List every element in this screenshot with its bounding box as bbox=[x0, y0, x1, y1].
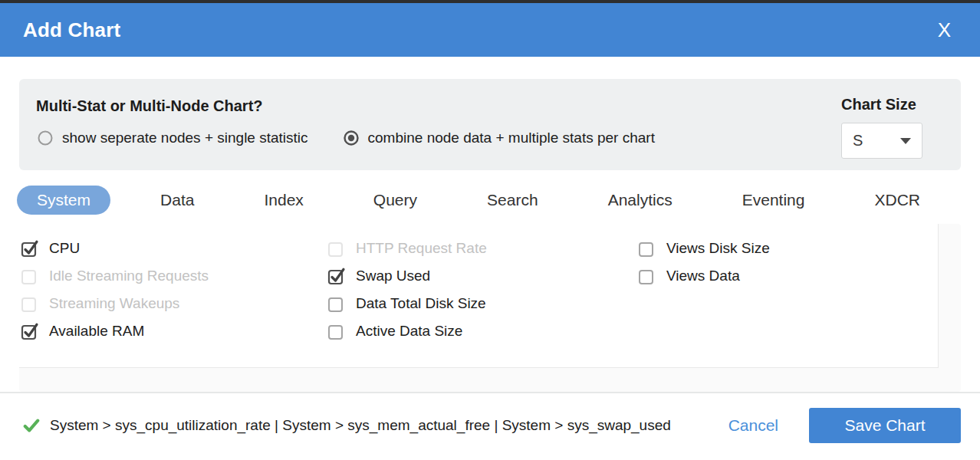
chevron-down-icon bbox=[900, 138, 911, 144]
stats-checkbox-grid: CPUIdle Streaming RequestsStreaming Wake… bbox=[19, 224, 939, 368]
stat-checkbox-views-disk-size[interactable]: Views Disk Size bbox=[638, 235, 938, 262]
checkbox-unchecked-icon bbox=[21, 267, 39, 285]
radio-option-combine-node-data-multiple-stats-per-chart[interactable]: combine node data + multiple stats per c… bbox=[342, 129, 655, 147]
stat-label: Available RAM bbox=[49, 323, 144, 340]
tab-system[interactable]: System bbox=[17, 186, 110, 215]
radio-selected-icon[interactable] bbox=[342, 129, 360, 147]
multi-stat-options-panel: Multi-Stat or Multi-Node Chart? show sep… bbox=[19, 79, 961, 170]
stat-checkbox-http-request-rate: HTTP Request Rate bbox=[327, 235, 638, 262]
radio-option-label: show seperate nodes + single statistic bbox=[62, 130, 308, 146]
chart-size-block: Chart Size S bbox=[841, 96, 922, 159]
checkbox-checked-icon[interactable] bbox=[327, 267, 346, 285]
stat-label: Data Total Disk Size bbox=[356, 295, 486, 312]
radio-row: show seperate nodes + single statisticco… bbox=[36, 129, 924, 147]
tab-analytics[interactable]: Analytics bbox=[588, 186, 692, 215]
save-chart-button[interactable]: Save Chart bbox=[809, 408, 961, 443]
tab-eventing[interactable]: Eventing bbox=[722, 186, 825, 215]
stat-column: Views Disk SizeViews Data bbox=[638, 235, 938, 345]
checkbox-unchecked-icon bbox=[327, 239, 346, 258]
modal-footer: System > sys_cpu_utilization_rate | Syst… bbox=[0, 393, 980, 458]
stat-checkbox-available-ram[interactable]: Available RAM bbox=[21, 317, 327, 345]
tab-query[interactable]: Query bbox=[354, 186, 437, 215]
cancel-button[interactable]: Cancel bbox=[728, 416, 778, 435]
checkbox-unchecked-icon[interactable] bbox=[327, 294, 346, 313]
tab-xdcr[interactable]: XDCR bbox=[854, 186, 940, 215]
radio-unselected-icon[interactable] bbox=[36, 129, 54, 147]
footer-actions: Cancel Save Chart bbox=[728, 408, 961, 443]
stat-label: Active Data Size bbox=[356, 323, 462, 340]
checkbox-unchecked-icon[interactable] bbox=[638, 267, 656, 285]
stat-label: HTTP Request Rate bbox=[356, 240, 487, 257]
checkbox-unchecked-icon bbox=[21, 294, 39, 313]
tab-index[interactable]: Index bbox=[244, 186, 323, 215]
selection-group: System > sys_cpu_utilization_rate | Syst… bbox=[23, 417, 671, 434]
stat-label: CPU bbox=[49, 240, 80, 257]
stat-label: Streaming Wakeups bbox=[49, 295, 179, 312]
checkbox-unchecked-icon[interactable] bbox=[638, 239, 656, 258]
stat-label: Views Data bbox=[666, 268, 740, 284]
chart-size-label: Chart Size bbox=[841, 96, 922, 113]
stat-column: CPUIdle Streaming RequestsStreaming Wake… bbox=[21, 235, 327, 345]
service-tab-row: SystemDataIndexQuerySearchAnalyticsEvent… bbox=[0, 184, 980, 216]
tab-search[interactable]: Search bbox=[467, 186, 558, 215]
modal-header: Add Chart X bbox=[0, 3, 980, 57]
radio-option-label: combine node data + multiple stats per c… bbox=[368, 130, 655, 146]
stat-checkbox-cpu[interactable]: CPU bbox=[21, 235, 327, 262]
stat-column: HTTP Request RateSwap UsedData Total Dis… bbox=[327, 235, 638, 345]
checkbox-checked-icon[interactable] bbox=[21, 322, 39, 340]
selection-summary: System > sys_cpu_utilization_rate | Syst… bbox=[50, 417, 671, 434]
stats-scroll-area[interactable]: CPUIdle Streaming RequestsStreaming Wake… bbox=[19, 224, 961, 392]
close-icon[interactable]: X bbox=[932, 17, 957, 43]
chart-size-select[interactable]: S bbox=[841, 123, 922, 159]
chart-size-value: S bbox=[853, 132, 863, 150]
radio-option-show-seperate-nodes-single-statistic[interactable]: show seperate nodes + single statistic bbox=[36, 129, 308, 147]
stat-label: Views Disk Size bbox=[666, 240, 770, 257]
checkbox-unchecked-icon[interactable] bbox=[327, 322, 346, 340]
checkbox-checked-icon[interactable] bbox=[21, 239, 39, 258]
panel-question: Multi-Stat or Multi-Node Chart? bbox=[36, 97, 924, 115]
stat-checkbox-active-data-size[interactable]: Active Data Size bbox=[327, 317, 638, 345]
stat-checkbox-swap-used[interactable]: Swap Used bbox=[327, 262, 638, 290]
stat-checkbox-data-total-disk-size[interactable]: Data Total Disk Size bbox=[327, 290, 638, 317]
stat-checkbox-idle-streaming-requests: Idle Streaming Requests bbox=[21, 262, 327, 290]
tab-data[interactable]: Data bbox=[140, 186, 214, 215]
stat-checkbox-streaming-wakeups: Streaming Wakeups bbox=[21, 290, 327, 317]
modal-title: Add Chart bbox=[23, 18, 120, 42]
stat-checkbox-views-data[interactable]: Views Data bbox=[638, 262, 938, 290]
green-check-icon bbox=[23, 417, 40, 434]
stat-label: Idle Streaming Requests bbox=[49, 268, 209, 284]
stat-label: Swap Used bbox=[356, 268, 430, 284]
